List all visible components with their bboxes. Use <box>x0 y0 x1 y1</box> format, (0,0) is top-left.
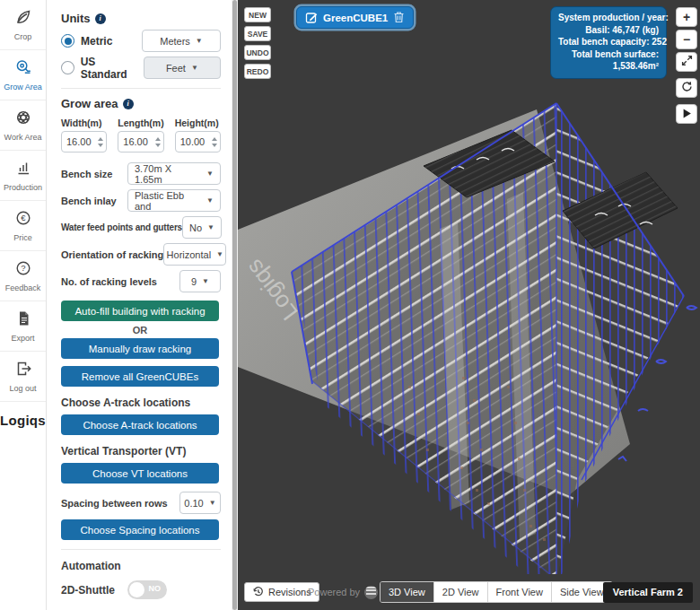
document-icon <box>14 309 32 331</box>
width-label: Width(m) <box>61 118 107 128</box>
info-line: 1,538.46m² <box>558 60 659 73</box>
length-input[interactable]: 16.00 <box>118 131 163 152</box>
fit-view-button[interactable] <box>676 52 697 72</box>
scrollbar-thumb[interactable] <box>232 0 237 610</box>
zoom-out-button[interactable]: − <box>676 30 697 49</box>
save-button[interactable]: SAVE <box>244 26 271 41</box>
new-button[interactable]: NEW <box>244 7 271 22</box>
spacing-value: 0.10 <box>184 498 203 509</box>
remove-greencubes-button[interactable]: Remove all GreenCUBEs <box>61 366 219 387</box>
app-window: Crop Grow Area W <box>0 0 700 610</box>
sidebar-item-production[interactable]: Production <box>0 151 46 201</box>
panel-scrollbar[interactable] <box>232 0 238 610</box>
zoom-in-button[interactable]: + <box>676 7 697 27</box>
bench-inlay-label: Bench inlay <box>61 196 117 206</box>
play-button[interactable] <box>676 104 697 124</box>
chevron-down-icon: ▼ <box>202 277 209 285</box>
sidebar-item-feedback[interactable]: ? Feedback <box>0 251 46 301</box>
viewport-3d[interactable]: Logiqs <box>238 0 700 610</box>
greencube-chip[interactable]: GreenCUBE1 <box>296 6 414 29</box>
water-feed-select[interactable]: No ▼ <box>182 216 222 239</box>
atrack-button[interactable]: Choose A-track locations <box>61 414 219 435</box>
edit-icon[interactable] <box>305 11 318 25</box>
dimension-inputs: 16.00 16.00 10.00 <box>61 131 221 152</box>
view-front-button[interactable]: Front View <box>487 582 551 602</box>
revisions-label: Revisions <box>268 587 311 597</box>
view-3d-button[interactable]: 3D View <box>381 582 433 602</box>
info-icon[interactable]: i <box>123 99 134 109</box>
bar-chart-icon <box>14 159 32 180</box>
spacing-label: Spacing between rows <box>61 498 168 509</box>
width-input[interactable]: 16.00 <box>61 131 107 152</box>
remove-greencubes-label: Remove all GreenCUBEs <box>82 371 198 382</box>
sidebar-item-price[interactable]: € Price <box>0 201 46 251</box>
sidebar-item-crop[interactable]: Crop <box>0 0 46 50</box>
undo-button[interactable]: UNDO <box>244 45 271 60</box>
height-input[interactable]: 10.00 <box>175 131 221 152</box>
manual-racking-button[interactable]: Manually draw racking <box>61 338 219 359</box>
racking-levels-select[interactable]: 9 ▼ <box>179 270 221 292</box>
expand-arrows-icon <box>681 54 693 70</box>
us-radio-group: US Standard <box>61 56 144 81</box>
bench-inlay-select[interactable]: Plastic Ebb and ▼ <box>127 189 221 212</box>
sidebar-item-grow-area[interactable]: Grow Area <box>0 50 46 100</box>
sidebar-item-export[interactable]: Export <box>0 301 46 352</box>
us-unit-select[interactable]: Feet ▼ <box>144 57 221 79</box>
orientation-select[interactable]: Horizontal ▼ <box>163 243 226 266</box>
sidebar-item-log-out[interactable]: Log out <box>0 352 46 402</box>
units-heading-text: Units <box>61 12 91 25</box>
scene-render: Logiqs <box>238 0 700 610</box>
sidebar-item-work-area[interactable]: Work Area <box>0 100 46 151</box>
logout-icon <box>14 360 32 381</box>
stepper-arrows-icon[interactable] <box>155 132 161 152</box>
reset-view-button[interactable] <box>676 78 697 98</box>
spacing-button[interactable]: Choose Spacing locations <box>61 519 219 540</box>
autofill-racking-label: Auto-fill building with racking <box>74 306 205 317</box>
vt-heading: Vertical Transporter (VT) <box>61 445 221 458</box>
chevron-down-icon: ▼ <box>216 250 223 258</box>
view-2d-button[interactable]: 2D View <box>433 582 487 602</box>
vt-button[interactable]: Choose VT locations <box>61 463 219 484</box>
logiqs-globe-icon <box>364 586 378 599</box>
leaf-icon <box>14 8 32 30</box>
info-line: Total bench surface: <box>558 48 659 61</box>
sidebar-item-label: Work Area <box>4 133 42 142</box>
euro-circle-icon: € <box>14 209 32 231</box>
grow-area-heading-text: Grow area <box>61 97 118 110</box>
us-standard-radio[interactable] <box>61 61 74 74</box>
chevron-down-icon: ▼ <box>207 223 214 231</box>
water-feed-label: Water feed points and gutters <box>61 222 182 232</box>
atrack-heading: Choose A-track locations <box>61 396 221 409</box>
trash-icon[interactable] <box>393 11 405 25</box>
sidebar-item-label: Grow Area <box>4 83 42 92</box>
spacing-select[interactable]: 0.10 ▼ <box>179 492 221 514</box>
bottom-bar: Revisions Powered by 3D View 2D View Fro… <box>238 574 700 610</box>
toggle-state: NO <box>149 584 162 593</box>
sidebar: Crop Grow Area W <box>0 0 47 610</box>
shuttle-toggle[interactable]: NO <box>127 580 167 599</box>
sidebar-item-label: Production <box>4 183 42 192</box>
minus-icon: − <box>683 33 690 46</box>
chevron-down-icon: ▼ <box>209 499 216 507</box>
stepper-arrows-icon[interactable] <box>212 132 217 152</box>
sidebar-item-label: Price <box>13 233 32 242</box>
width-value: 16.00 <box>66 136 92 147</box>
info-line: Basil: 46,747 (kg) <box>558 24 659 37</box>
info-icon[interactable]: i <box>95 13 106 24</box>
svg-text:€: € <box>21 213 26 222</box>
metric-unit-value: Meters <box>160 36 190 47</box>
history-icon <box>252 586 264 599</box>
redo-button[interactable]: REDO <box>244 64 271 79</box>
bench-size-select[interactable]: 3.70m X 1.65m ▼ <box>127 162 221 185</box>
tape-measure-icon <box>14 58 32 80</box>
metric-unit-select[interactable]: Meters ▼ <box>142 30 221 52</box>
stepper-arrows-icon[interactable] <box>98 132 103 152</box>
farm-name-badge: Vertical Farm 2 <box>603 582 693 603</box>
sidebar-item-label: Feedback <box>5 283 41 292</box>
sidebar-item-label: Crop <box>14 32 32 41</box>
atrack-button-label: Choose A-track locations <box>83 420 197 431</box>
racking-levels-value: 9 <box>191 276 197 287</box>
production-info-box: System production / year: Basil: 46,747 … <box>550 6 667 79</box>
autofill-racking-button[interactable]: Auto-fill building with racking <box>61 301 219 321</box>
metric-radio[interactable] <box>61 34 74 48</box>
